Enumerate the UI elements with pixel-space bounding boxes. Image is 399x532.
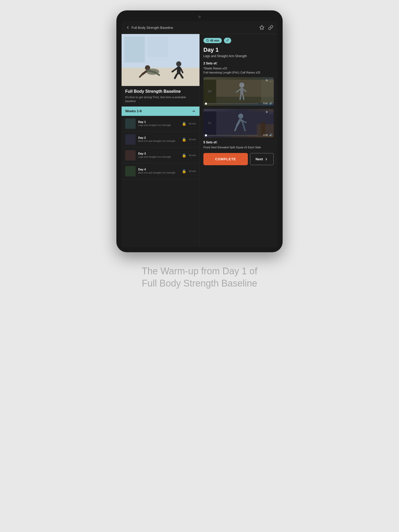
hero-illustration xyxy=(122,34,200,86)
day-info: Day 3 Legs and Straight Arm Strength xyxy=(138,152,179,159)
day-name: Day 2 xyxy=(138,136,179,139)
exercise-item: Full Hamstring Length (FHL) Calf Raises … xyxy=(203,71,274,74)
progress-dot-2 xyxy=(205,134,207,136)
day-subtitle: Legs and Straight Arm Strength xyxy=(138,124,179,127)
video-time-1: 0:41 xyxy=(263,102,268,105)
day-info: Day 1 Legs and Straight Arm Strength xyxy=(138,120,179,127)
svg-text:30: 30 xyxy=(208,121,211,125)
header-actions xyxy=(259,25,273,30)
day-subtitle: Bent Arm and Straight Arm Strength xyxy=(138,171,179,175)
video-player-2[interactable]: 30 ▶ xyxy=(203,109,274,137)
sets-label-1: 2 Sets of: xyxy=(203,62,274,65)
bottom-actions: COMPLETE Next xyxy=(203,153,274,165)
progress-dot-1 xyxy=(205,103,207,105)
video-icons-2: 0:58 🔊 xyxy=(263,134,272,136)
svg-rect-4 xyxy=(148,37,168,57)
day-duration: 45 min xyxy=(189,154,196,157)
weeks-label: Weeks 1-6 xyxy=(125,109,142,113)
day-duration: 45 min xyxy=(189,138,196,141)
day-info: Day 4 Bent Arm and Straight Arm Strength xyxy=(138,168,179,175)
svg-text:30: 30 xyxy=(208,89,211,93)
list-item[interactable]: Day 3 Legs and Straight Arm Strength 🔒 4… xyxy=(122,148,200,163)
caption-text: The Warm-up from Day 1 ofFull Body Stren… xyxy=(142,266,257,289)
video-player-1[interactable]: 30 ▶ xyxy=(203,77,274,106)
star-icon[interactable] xyxy=(259,25,264,30)
svg-rect-3 xyxy=(124,37,145,63)
day-list: Day 1 Legs and Straight Arm Strength 🔒 4… xyxy=(122,116,200,247)
hero-image xyxy=(122,34,200,86)
exercise-item-2: Front Heel Elevated Split Squat x5 Each … xyxy=(203,146,274,149)
lock-icon: 🔒 xyxy=(182,169,186,173)
list-item[interactable]: Day 1 Legs and Straight Arm Strength 🔒 4… xyxy=(122,116,200,132)
hero-image-bg xyxy=(122,34,200,86)
right-panel: 45 min Day 1 Legs and Straight Arm Stren… xyxy=(200,34,277,247)
day-subtitle: Bent Arm and Straight Arm Strength xyxy=(138,140,179,143)
video-content-1: 30 xyxy=(203,77,274,106)
day-name: Day 1 xyxy=(138,120,179,123)
gear-icon-1[interactable]: ⚙ xyxy=(265,79,268,82)
lock-icon: 🔒 xyxy=(182,153,186,157)
back-button[interactable]: Full Body Strength Baseline xyxy=(126,25,173,30)
svg-rect-2 xyxy=(122,68,200,86)
next-arrow-icon xyxy=(264,157,268,161)
svg-rect-39 xyxy=(261,122,265,135)
svg-point-11 xyxy=(176,61,181,66)
program-description: It's time to get strong! First, lets for… xyxy=(125,95,196,103)
day-duration: 45 min xyxy=(189,122,196,125)
day-name: Day 3 xyxy=(138,152,179,155)
next-button[interactable]: Next xyxy=(250,153,274,165)
tablet-device: Full Body Strength Baseline xyxy=(116,10,283,252)
day-thumbnail xyxy=(125,134,136,145)
workout-subtitle: Legs and Straight Arm Strength xyxy=(203,54,274,58)
duration-label: 45 min xyxy=(210,39,219,42)
volume-icon-2[interactable]: 🔊 xyxy=(269,134,272,136)
video-content-2: 30 xyxy=(203,109,274,137)
content-area: Full Body Strength Baseline It's time to… xyxy=(122,34,277,247)
day-thumbnail xyxy=(125,166,136,176)
lock-icon: 🔒 xyxy=(182,137,186,142)
link-badge[interactable] xyxy=(224,38,231,43)
video-time-2: 0:58 xyxy=(263,134,268,136)
next-label: Next xyxy=(256,157,263,161)
video-top-controls-2: ⚙ ⛶ xyxy=(265,110,272,114)
back-icon xyxy=(126,25,130,30)
video-bg-2: 30 ▶ xyxy=(203,109,274,137)
tablet-camera xyxy=(198,16,201,18)
video-top-controls-1: ⚙ ⛶ xyxy=(265,79,272,82)
day-subtitle: Legs and Straight Arm Strength xyxy=(138,156,179,159)
volume-icon-1[interactable]: 🔊 xyxy=(269,102,272,105)
expand-icon-1[interactable]: ⛶ xyxy=(269,79,272,82)
page-caption: The Warm-up from Day 1 ofFull Body Stren… xyxy=(142,265,257,290)
workout-meta: 45 min xyxy=(203,38,274,43)
day-duration: 45 min xyxy=(189,170,196,172)
video-controls-2 xyxy=(205,134,258,136)
progress-bar-2[interactable] xyxy=(208,135,258,136)
back-label: Full Body Strength Baseline xyxy=(131,26,173,30)
left-panel: Full Body Strength Baseline It's time to… xyxy=(122,34,200,247)
duration-badge: 45 min xyxy=(203,38,222,43)
day-info: Day 2 Bent Arm and Straight Arm Strength xyxy=(138,136,179,143)
progress-bar-1[interactable] xyxy=(208,103,258,104)
day-name: Day 4 xyxy=(138,168,179,171)
sets-label-2: 5 Sets of: xyxy=(203,141,274,144)
program-title: Full Body Strength Baseline xyxy=(125,89,196,94)
svg-rect-28 xyxy=(261,80,274,103)
header-nav: Full Body Strength Baseline xyxy=(122,21,277,34)
list-item[interactable]: Day 2 Bent Arm and Straight Arm Strength… xyxy=(122,132,200,148)
link-badge-icon xyxy=(226,39,229,42)
link-icon[interactable] xyxy=(268,25,273,30)
program-info: Full Body Strength Baseline It's time to… xyxy=(122,86,200,107)
video-icons-1: 0:41 🔊 xyxy=(263,102,272,105)
lock-icon: 🔒 xyxy=(182,122,186,126)
complete-button[interactable]: COMPLETE xyxy=(203,153,248,165)
weeks-header[interactable]: Weeks 1-6 xyxy=(122,107,200,116)
svg-rect-12 xyxy=(177,66,181,74)
day-thumbnail xyxy=(125,118,136,129)
list-item[interactable]: Day 4 Bent Arm and Straight Arm Strength… xyxy=(122,163,200,179)
video-controls-1 xyxy=(205,103,258,105)
gear-icon-2[interactable]: ⚙ xyxy=(265,110,268,114)
tablet-screen: Full Body Strength Baseline xyxy=(122,21,277,247)
video-bg-1: 30 ▶ xyxy=(203,77,274,106)
day-thumbnail xyxy=(125,150,136,161)
expand-icon-2[interactable]: ⛶ xyxy=(269,110,272,114)
